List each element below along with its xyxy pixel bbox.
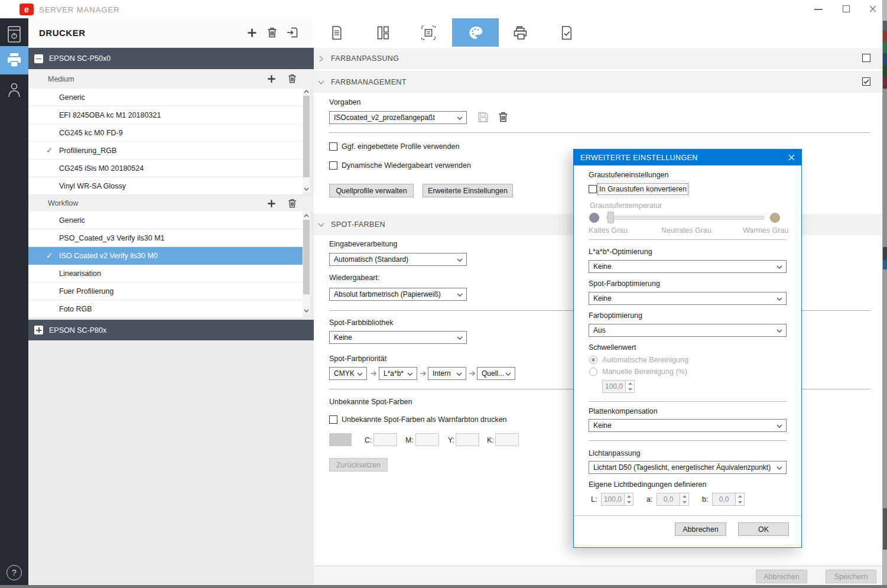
nav-item-users[interactable] <box>0 77 28 103</box>
cyan-input[interactable] <box>373 433 397 446</box>
close-icon[interactable] <box>869 5 877 13</box>
add-workflow-button[interactable] <box>267 199 276 208</box>
tree-item[interactable]: Foto RGB <box>28 300 303 318</box>
farbmanagement-checkbox-checked[interactable] <box>862 77 870 86</box>
tree-item[interactable]: Fuer Profilierung <box>28 282 303 300</box>
delete-medium-button[interactable] <box>288 74 297 83</box>
tree-printer-epson-sc-p50x0[interactable]: EPSON SC-P50x0 <box>28 48 314 69</box>
a-spinner[interactable]: 0,0 <box>657 493 689 506</box>
toolbar-tab-marks[interactable] <box>420 25 437 41</box>
window-bottom-border <box>0 585 887 588</box>
toolbar-tab-file[interactable] <box>329 25 345 41</box>
light-adaptation-dropdown[interactable]: Lichtart D50 (Tageslicht, energetischer … <box>589 461 787 474</box>
unknown-spot-checkbox[interactable] <box>329 415 337 424</box>
scroll-down-icon[interactable] <box>303 185 310 193</box>
priority-dropdown-1[interactable]: CMYK <box>329 367 367 380</box>
priority-dropdown-3[interactable]: Intern <box>428 367 466 380</box>
spinner-up-icon[interactable] <box>625 493 633 499</box>
section-farbmanagement[interactable]: FARBMANAGEMENT <box>314 71 882 93</box>
scroll-up-icon[interactable] <box>303 87 310 95</box>
manual-cleanup-spinner[interactable]: 100,0 <box>602 380 635 393</box>
scrollbar-thumb[interactable] <box>303 96 310 177</box>
dialog-close-icon[interactable] <box>788 154 795 161</box>
add-medium-button[interactable] <box>267 74 276 83</box>
spinner-up-icon[interactable] <box>680 493 688 499</box>
yellow-input[interactable] <box>456 433 479 446</box>
magenta-input[interactable] <box>415 433 439 446</box>
spinner-down-icon[interactable] <box>680 499 688 505</box>
dialog-title-bar[interactable]: ERWEITERTE EINSTELLUNGEN <box>574 150 801 165</box>
farbanpassung-checkbox[interactable] <box>862 54 870 62</box>
workflow-scrollbar[interactable] <box>303 212 310 314</box>
delete-preset-button[interactable] <box>498 112 508 122</box>
collapse-icon[interactable] <box>34 54 43 63</box>
input-processing-dropdown[interactable]: Automatisch (Standard) <box>329 253 467 266</box>
import-printer-button[interactable] <box>287 27 298 38</box>
spinner-up-icon[interactable] <box>736 493 744 499</box>
embedded-profiles-checkbox[interactable] <box>329 142 337 151</box>
tree-printer-epson-sc-p80x[interactable]: EPSON SC-P80x <box>28 320 314 340</box>
spot-library-dropdown[interactable]: Keine <box>329 331 467 344</box>
convert-grayscale-checkbox[interactable] <box>589 185 597 193</box>
plate-compensation-dropdown[interactable]: Keine <box>589 419 787 432</box>
spot-optimization-dropdown[interactable]: Keine <box>589 292 787 305</box>
toolbar-tab-color-active[interactable] <box>452 18 499 47</box>
delete-printer-button[interactable] <box>267 27 277 38</box>
toolbar-tab-verify[interactable] <box>558 25 575 41</box>
l-spinner[interactable]: 100,0 <box>601 493 633 506</box>
b-spinner[interactable]: 0,0 <box>712 493 745 506</box>
footer-save-button[interactable]: Speichern <box>826 570 876 583</box>
medium-scrollbar[interactable] <box>303 87 310 193</box>
spinner-down-icon[interactable] <box>625 499 633 505</box>
delete-workflow-button[interactable] <box>288 199 297 208</box>
auto-cleanup-radio[interactable] <box>589 356 597 364</box>
vorgaben-dropdown[interactable]: ISOcoated_v2_prozeßangepaßt <box>329 111 467 124</box>
priority-dropdown-2[interactable]: L*a*b* <box>379 367 417 380</box>
printer-settings-icon <box>512 25 529 41</box>
dynamic-rendering-checkbox[interactable] <box>329 161 337 170</box>
tree-item[interactable]: Vinyl WR-SA Glossy <box>28 177 303 195</box>
spinner-up-icon[interactable] <box>626 381 634 386</box>
nav-item-printers-active[interactable] <box>0 46 28 74</box>
scroll-up-icon[interactable] <box>303 212 310 219</box>
reset-button[interactable]: Zurücksetzen <box>329 458 388 472</box>
tree-item[interactable]: CG245 iSis M0 20180524 <box>28 160 303 177</box>
help-button[interactable]: ? <box>0 563 28 583</box>
tree-item[interactable]: EFI 8245OBA kc M1 20180321 <box>28 106 303 124</box>
add-printer-button[interactable] <box>247 28 257 38</box>
rendering-intent-dropdown[interactable]: Absolut farbmetrisch (Papierweiß) <box>329 288 467 301</box>
spinner-down-icon[interactable] <box>736 499 744 505</box>
black-input[interactable] <box>495 433 519 446</box>
spinner-down-icon[interactable] <box>626 386 634 392</box>
lab-optimization-dropdown[interactable]: Keine <box>589 260 787 273</box>
scroll-down-icon[interactable] <box>303 307 310 314</box>
nav-item-system[interactable] <box>0 21 28 47</box>
maximize-icon[interactable] <box>843 5 850 12</box>
button-label: Speichern <box>834 573 867 581</box>
tree-item[interactable]: PSO_Coated_v3 Verify ils30 M1 <box>28 229 303 247</box>
dialog-ok-button[interactable]: OK <box>738 522 789 536</box>
section-farbanpassung[interactable]: FARBANPASSUNG <box>314 48 882 69</box>
tree-item[interactable]: Generic <box>28 89 303 106</box>
save-preset-button[interactable] <box>477 112 489 123</box>
tree-item[interactable]: ✓ Profilierung_RGB <box>28 142 303 160</box>
toolbar-tab-layout[interactable] <box>375 25 391 41</box>
tree-item-selected[interactable]: ✓ ISO Coated v2 Verify ils30 M0 <box>28 247 303 265</box>
expand-icon[interactable] <box>34 326 43 334</box>
footer-cancel-button[interactable]: Abbrechen <box>756 570 807 583</box>
advanced-settings-button[interactable]: Erweiterte Einstellungen <box>423 184 513 197</box>
tree-item[interactable]: CG245 kc M0 FD-9 <box>28 124 303 142</box>
slider-thumb[interactable] <box>607 212 614 223</box>
toolbar-tab-printer[interactable] <box>512 25 529 41</box>
manual-cleanup-radio[interactable] <box>589 368 597 376</box>
chevron-down-icon <box>776 265 782 269</box>
manage-source-profiles-button[interactable]: Quellprofile verwalten <box>329 184 414 197</box>
color-optimization-dropdown[interactable]: Aus <box>589 324 787 337</box>
dialog-cancel-button[interactable]: Abbrechen <box>675 522 726 536</box>
tree-item[interactable]: Linearisation <box>28 265 303 282</box>
priority-dropdown-4[interactable]: Quell... <box>477 367 515 380</box>
scrollbar-thumb[interactable] <box>303 220 310 294</box>
gray-temperature-slider[interactable] <box>606 216 764 220</box>
tree-item[interactable]: Generic <box>28 212 303 229</box>
minimize-icon[interactable] <box>814 9 823 10</box>
